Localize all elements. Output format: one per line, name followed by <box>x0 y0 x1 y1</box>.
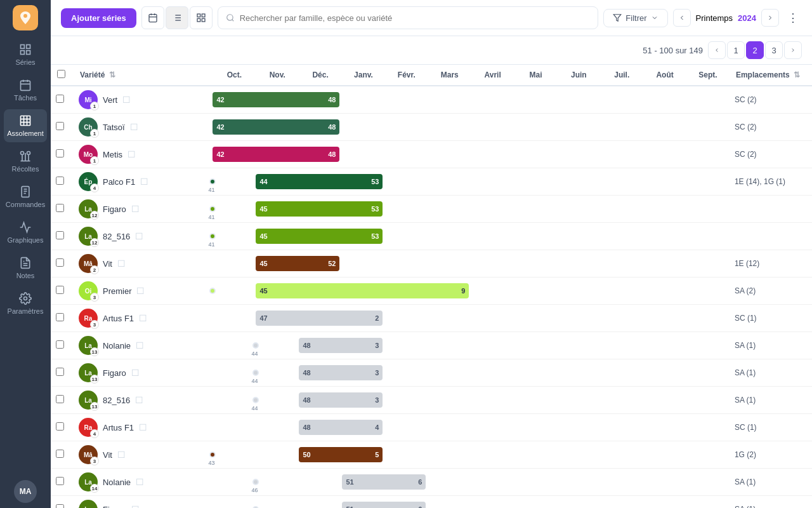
variety-name: Metis <box>103 150 122 159</box>
variety-name: Nolanie <box>103 478 131 487</box>
note-icon[interactable]: ☐ <box>135 231 143 241</box>
sidebar-item-taches[interactable]: Tâches <box>4 74 47 107</box>
search-bar[interactable] <box>218 6 599 29</box>
add-series-button[interactable]: Ajouter séries <box>61 8 136 28</box>
filter-button[interactable]: Filtrer <box>603 9 667 27</box>
note-icon[interactable]: ☐ <box>117 450 126 460</box>
bar-start-num: 45 <box>259 205 267 213</box>
page-3-button[interactable]: 3 <box>765 41 783 59</box>
prev-page-button[interactable] <box>708 41 726 59</box>
row-checkbox[interactable] <box>56 504 64 508</box>
note-icon[interactable]: ☐ <box>128 149 136 159</box>
note-icon[interactable]: ☐ <box>131 504 140 508</box>
row-checkbox[interactable] <box>56 450 64 458</box>
bar-start-num: 50 <box>303 451 310 458</box>
sidebar-item-commandes[interactable]: Commandes <box>4 180 47 213</box>
note-icon[interactable]: ☐ <box>131 368 140 378</box>
gantt-bar: 45 53 <box>256 201 383 217</box>
gantt-bar: 50 5 <box>299 447 383 462</box>
bar-end-num: 3 <box>375 369 379 377</box>
note-icon[interactable]: ☐ <box>122 95 131 105</box>
user-avatar[interactable]: MA <box>14 480 37 503</box>
header-emplacements[interactable]: Emplacements ⇅ <box>730 65 812 86</box>
avatar-num: 13 <box>90 402 99 411</box>
filter-label: Filtrer <box>625 13 646 23</box>
note-icon[interactable]: ☐ <box>131 204 140 214</box>
row-checkbox[interactable] <box>56 422 64 431</box>
note-icon[interactable]: ☐ <box>136 340 144 351</box>
avatar: Mâ 2 <box>79 254 98 273</box>
row-checkbox[interactable] <box>56 258 64 267</box>
dot-marker <box>209 206 216 212</box>
chevron-right-icon <box>766 14 774 22</box>
select-all-checkbox[interactable] <box>57 70 65 78</box>
emplacement-cell: 1E (14), 1G (1) <box>730 168 812 196</box>
row-checkbox[interactable] <box>56 340 64 349</box>
svg-point-37 <box>226 15 232 20</box>
table-row: La 13 Nolanie ☐ 44 48 3 SA (1) <box>51 332 812 359</box>
row-checkbox[interactable] <box>56 204 64 212</box>
row-checkbox[interactable] <box>56 231 64 239</box>
note-icon[interactable]: ☐ <box>139 422 147 432</box>
bar-start-num: 48 <box>303 369 310 377</box>
dot-week-label: 46 <box>251 487 258 493</box>
sidebar-item-series[interactable]: Séries <box>4 38 47 71</box>
sidebar-item-recoltes[interactable]: Récoltes <box>4 145 47 178</box>
row-checkbox[interactable] <box>56 395 64 403</box>
search-input[interactable] <box>240 13 591 23</box>
search-icon <box>226 13 235 22</box>
prev-season-button[interactable] <box>673 9 691 27</box>
table-row: La 13 82_516 ☐ 44 48 3 SA (1) <box>51 387 812 414</box>
note-icon[interactable]: ☐ <box>135 395 143 405</box>
grid-view-button[interactable] <box>190 6 213 29</box>
row-checkbox[interactable] <box>56 477 64 485</box>
note-icon[interactable]: ☐ <box>140 177 148 187</box>
svg-rect-1 <box>21 45 25 49</box>
avatar: La 12 <box>79 199 98 218</box>
calendar-view-button[interactable] <box>141 6 164 29</box>
next-season-button[interactable] <box>761 9 779 27</box>
sort-emplacements-icon: ⇅ <box>794 70 800 79</box>
row-checkbox[interactable] <box>56 286 64 294</box>
header-variety[interactable]: Variété ⇅ <box>74 65 213 86</box>
avatar-num: 12 <box>90 238 99 247</box>
svg-rect-36 <box>202 18 205 22</box>
svg-rect-2 <box>27 45 30 49</box>
note-icon[interactable]: ☐ <box>136 477 144 487</box>
row-checkbox[interactable] <box>56 313 64 321</box>
note-icon[interactable]: ☐ <box>130 122 138 132</box>
bar-end-num: 6 <box>418 478 422 486</box>
note-icon[interactable]: ☐ <box>139 313 147 323</box>
page-2-button[interactable]: 2 <box>746 41 764 59</box>
row-checkbox[interactable] <box>56 149 64 157</box>
svg-rect-23 <box>149 15 157 22</box>
sidebar-item-parametres[interactable]: Paramètres <box>4 287 47 320</box>
avatar-label: Mi <box>84 97 91 104</box>
bar-end-num: 48 <box>328 123 336 131</box>
svg-point-14 <box>21 152 24 155</box>
header-checkbox[interactable] <box>51 65 74 86</box>
row-checkbox[interactable] <box>56 368 64 376</box>
svg-line-38 <box>232 20 233 22</box>
sidebar-item-assolement[interactable]: Assolement <box>4 109 47 142</box>
more-options-button[interactable]: ⋮ <box>784 9 802 27</box>
app-logo[interactable] <box>13 5 38 30</box>
row-checkbox[interactable] <box>56 177 64 185</box>
gantt-bar-cell: 41 44 53 <box>213 168 730 196</box>
next-page-button[interactable] <box>784 41 802 59</box>
list-view-button[interactable] <box>166 6 188 29</box>
sidebar-item-graphiques[interactable]: Graphiques <box>4 216 47 249</box>
row-checkbox[interactable] <box>56 122 64 130</box>
sidebar-item-notes[interactable]: Notes <box>4 251 47 284</box>
emplacement-cell: SC (1) <box>730 305 812 332</box>
note-icon[interactable]: ☐ <box>136 286 145 296</box>
variety-cell: Mâ 3 Vit ☐ <box>74 441 213 469</box>
header-nov: Nov. <box>256 65 299 86</box>
note-icon[interactable]: ☐ <box>117 258 126 269</box>
page-1-button[interactable]: 1 <box>727 41 745 59</box>
header-mai: Mai <box>514 65 558 86</box>
gantt-bar: 45 52 <box>256 256 339 271</box>
variety-cell: Mo 1 Metis ☐ <box>74 141 213 168</box>
row-checkbox[interactable] <box>56 95 64 103</box>
emplacement-cell: SA (1) <box>730 469 812 496</box>
